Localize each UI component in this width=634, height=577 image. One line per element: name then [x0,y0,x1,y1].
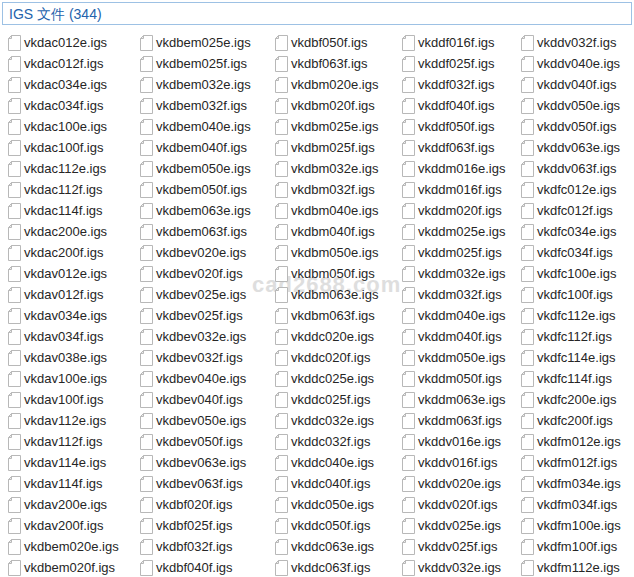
file-item[interactable]: vkdbm063f.igs [275,305,402,326]
file-item[interactable]: vkdbev040e.igs [140,368,275,389]
file-item[interactable]: vkddv050f.igs [521,116,634,137]
file-item[interactable]: vkddv032f.igs [521,32,634,53]
file-item[interactable]: vkdbem063e.igs [140,200,275,221]
file-item[interactable]: vkdac012e.igs [8,32,140,53]
file-item[interactable]: vkddm020f.igs [402,200,521,221]
file-item[interactable]: vkdav034f.igs [8,326,140,347]
file-item[interactable]: vkddv020e.igs [402,473,521,494]
file-item[interactable]: vkdbem050f.igs [140,179,275,200]
file-item[interactable]: vkddm050e.igs [402,347,521,368]
file-item[interactable]: vkdbem020e.igs [8,536,140,557]
file-item[interactable]: vkdfm034e.igs [521,473,634,494]
file-item[interactable]: vkdav114e.igs [8,452,140,473]
file-item[interactable]: vkddm016e.igs [402,158,521,179]
file-item[interactable]: vkdav114f.igs [8,473,140,494]
file-item[interactable]: vkdfm100e.igs [521,515,634,536]
file-item[interactable]: vkdbf063f.igs [275,53,402,74]
file-item[interactable]: vkdav200e.igs [8,494,140,515]
file-item[interactable]: vkdbem025e.igs [140,32,275,53]
file-item[interactable]: vkdbev025f.igs [140,305,275,326]
file-item[interactable]: vkdfc034e.igs [521,221,634,242]
file-item[interactable]: vkdbem050e.igs [140,158,275,179]
file-item[interactable]: vkdfc100e.igs [521,263,634,284]
file-item[interactable]: vkddc020f.igs [275,347,402,368]
file-item[interactable]: vkdbm020f.igs [275,95,402,116]
file-item[interactable]: vkdbem032f.igs [140,95,275,116]
file-item[interactable]: vkddm025e.igs [402,221,521,242]
file-item[interactable]: vkddm063f.igs [402,410,521,431]
file-item[interactable]: vkddm050f.igs [402,368,521,389]
file-item[interactable]: vkdac012f.igs [8,53,140,74]
file-item[interactable]: vkdac200f.igs [8,242,140,263]
file-item[interactable]: vkdbev040f.igs [140,389,275,410]
file-item[interactable]: vkdbf050f.igs [275,32,402,53]
file-item[interactable]: vkdbm032e.igs [275,158,402,179]
file-item[interactable]: vkdfm034f.igs [521,494,634,515]
file-item[interactable]: vkddm032e.igs [402,263,521,284]
file-item[interactable]: vkddf063f.igs [402,137,521,158]
file-item[interactable]: vkddf025f.igs [402,53,521,74]
file-item[interactable]: vkdav012f.igs [8,284,140,305]
file-item[interactable]: vkdbm050f.igs [275,263,402,284]
section-header[interactable]: IGS 文件 (344) [2,2,632,25]
file-item[interactable]: vkdav034e.igs [8,305,140,326]
file-item[interactable]: vkdbem040e.igs [140,116,275,137]
file-item[interactable]: vkdbem040f.igs [140,137,275,158]
file-item[interactable]: vkdbev020e.igs [140,242,275,263]
file-item[interactable]: vkdbev063f.igs [140,473,275,494]
file-item[interactable]: vkdac100e.igs [8,116,140,137]
file-item[interactable]: vkddv063e.igs [521,137,634,158]
file-item[interactable]: vkdfm012e.igs [521,431,634,452]
file-item[interactable]: vkdfc112e.igs [521,305,634,326]
file-item[interactable]: vkdac034e.igs [8,74,140,95]
file-item[interactable]: vkddc063f.igs [275,557,402,577]
file-item[interactable]: vkdbm050e.igs [275,242,402,263]
file-item[interactable]: vkdbev025e.igs [140,284,275,305]
file-item[interactable]: vkddv025e.igs [402,515,521,536]
file-item[interactable]: vkddm025f.igs [402,242,521,263]
file-item[interactable]: vkddc040e.igs [275,452,402,473]
file-item[interactable]: vkddm016f.igs [402,179,521,200]
file-item[interactable]: vkddc032f.igs [275,431,402,452]
file-item[interactable]: vkdac034f.igs [8,95,140,116]
file-item[interactable]: vkdbev063e.igs [140,452,275,473]
file-item[interactable]: vkddv032e.igs [402,557,521,577]
file-item[interactable]: vkddc050f.igs [275,515,402,536]
file-item[interactable]: vkdfc114f.igs [521,368,634,389]
file-item[interactable]: vkdbev020f.igs [140,263,275,284]
file-item[interactable]: vkdav012e.igs [8,263,140,284]
file-item[interactable]: vkddv020f.igs [402,494,521,515]
file-item[interactable]: vkdbf020f.igs [140,494,275,515]
file-item[interactable]: vkdav112e.igs [8,410,140,431]
file-item[interactable]: vkddc040f.igs [275,473,402,494]
file-item[interactable]: vkdbf040f.igs [140,557,275,577]
file-item[interactable]: vkddc025f.igs [275,389,402,410]
file-item[interactable]: vkddv040e.igs [521,53,634,74]
file-item[interactable]: vkddc063e.igs [275,536,402,557]
file-item[interactable]: vkdbf032f.igs [140,536,275,557]
file-item[interactable]: vkddc050e.igs [275,494,402,515]
file-item[interactable]: vkdfc100f.igs [521,284,634,305]
file-item[interactable]: vkdbm020e.igs [275,74,402,95]
file-item[interactable]: vkddm063e.igs [402,389,521,410]
file-item[interactable]: vkddc025e.igs [275,368,402,389]
file-item[interactable]: vkdfc114e.igs [521,347,634,368]
file-item[interactable]: vkddv063f.igs [521,158,634,179]
file-item[interactable]: vkdbm040e.igs [275,200,402,221]
file-item[interactable]: vkddf032f.igs [402,74,521,95]
file-item[interactable]: vkdbev050f.igs [140,431,275,452]
file-item[interactable]: vkdfm100f.igs [521,536,634,557]
file-item[interactable]: vkdav100e.igs [8,368,140,389]
file-item[interactable]: vkdac114f.igs [8,200,140,221]
file-item[interactable]: vkdbf025f.igs [140,515,275,536]
file-item[interactable]: vkdbem020f.igs [8,557,140,577]
file-item[interactable]: vkddc032e.igs [275,410,402,431]
file-item[interactable]: vkdfc034f.igs [521,242,634,263]
file-item[interactable]: vkdbm032f.igs [275,179,402,200]
file-item[interactable]: vkddv016e.igs [402,431,521,452]
file-item[interactable]: vkddf016f.igs [402,32,521,53]
file-item[interactable]: vkdav112f.igs [8,431,140,452]
file-item[interactable]: vkdfc012e.igs [521,179,634,200]
file-item[interactable]: vkdfc112f.igs [521,326,634,347]
file-item[interactable]: vkddf050f.igs [402,116,521,137]
